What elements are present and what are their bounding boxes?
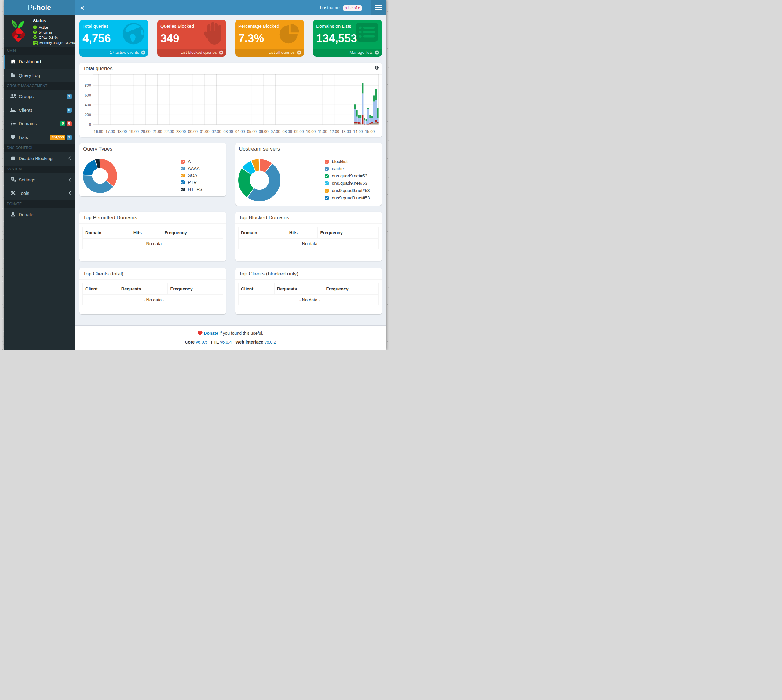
svg-text:20:00: 20:00 (141, 130, 150, 134)
svg-text:05:00: 05:00 (247, 130, 257, 134)
svg-text:400: 400 (85, 103, 91, 107)
svg-text:22:00: 22:00 (164, 130, 174, 134)
svg-text:10:00: 10:00 (306, 130, 315, 134)
svg-text:600: 600 (85, 93, 91, 97)
svg-text:15:00: 15:00 (365, 130, 375, 134)
svg-text:03:00: 03:00 (223, 130, 233, 134)
svg-text:01:00: 01:00 (200, 130, 209, 134)
svg-text:17:00: 17:00 (105, 130, 115, 134)
svg-text:02:00: 02:00 (212, 130, 221, 134)
svg-text:13:00: 13:00 (342, 130, 351, 134)
svg-text:07:00: 07:00 (271, 130, 280, 134)
svg-text:11:00: 11:00 (318, 130, 327, 134)
svg-text:16:00: 16:00 (94, 130, 103, 134)
svg-text:14:00: 14:00 (353, 130, 363, 134)
svg-text:$: $ (13, 212, 14, 215)
svg-text:21:00: 21:00 (153, 130, 162, 134)
svg-text:23:00: 23:00 (176, 130, 186, 134)
svg-text:800: 800 (85, 83, 91, 88)
svg-text:12:00: 12:00 (330, 130, 339, 134)
svg-text:08:00: 08:00 (283, 130, 292, 134)
svg-text:04:00: 04:00 (235, 130, 245, 134)
svg-text:06:00: 06:00 (259, 130, 268, 134)
svg-text:200: 200 (85, 113, 91, 117)
svg-text:18:00: 18:00 (117, 130, 127, 134)
svg-text:00:00: 00:00 (188, 130, 198, 134)
svg-text:09:00: 09:00 (294, 130, 303, 134)
svg-text:0: 0 (89, 122, 91, 127)
svg-text:19:00: 19:00 (129, 130, 139, 134)
